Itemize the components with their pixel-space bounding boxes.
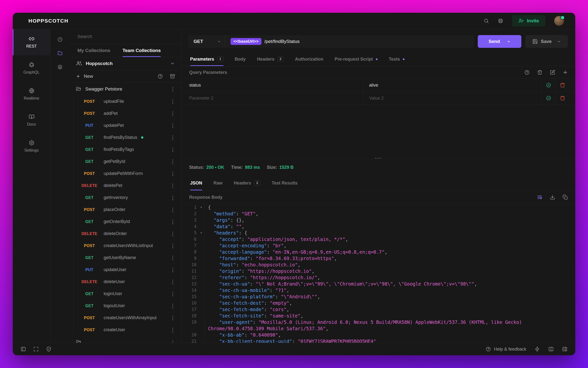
response-tab-headers[interactable]: Headers2 [234, 176, 260, 190]
request-item-uploadFile[interactable]: POSTuploadFile⋮ [74, 95, 182, 107]
more-options-icon[interactable]: ⋮ [170, 291, 175, 296]
history-button[interactable] [57, 37, 63, 42]
more-options-icon[interactable]: ⋮ [170, 195, 175, 200]
more-options-icon[interactable]: ⋮ [170, 123, 175, 128]
archive-import-icon[interactable] [170, 74, 175, 79]
fold-arrow-icon[interactable]: ▾ [198, 230, 204, 236]
request-item-deletePet[interactable]: DELETEdeletePet⋮ [74, 180, 182, 192]
pane-resize-handle[interactable]: ••• [182, 155, 575, 159]
more-options-icon[interactable]: ⋮ [170, 99, 175, 104]
request-item-createUsersWithArrayInput[interactable]: POSTcreateUsersWithArrayInput⋮ [74, 312, 182, 324]
more-options-icon[interactable]: ⋮ [170, 267, 175, 272]
sidebar-item-graphql[interactable]: GraphQL [13, 55, 50, 81]
more-options-icon[interactable]: ⋮ [170, 87, 175, 92]
tab-tests[interactable]: Tests [389, 52, 405, 66]
request-item-addPet[interactable]: POSTaddPet⋮ [74, 107, 182, 119]
zap-icon[interactable] [535, 346, 540, 352]
split-columns-icon[interactable] [548, 346, 554, 352]
wrap-lines-icon[interactable] [537, 195, 542, 200]
collections-button[interactable] [57, 51, 63, 56]
invite-button[interactable]: Invite [512, 15, 545, 26]
response-tab-test-results[interactable]: Test Results [272, 176, 298, 190]
more-options-icon[interactable]: ⋮ [170, 135, 175, 140]
response-body-editor[interactable]: 1▾{2 "method": "GET",3 "args": {},4 "dat… [182, 204, 575, 343]
more-options-icon[interactable]: ⋮ [170, 231, 175, 236]
more-options-icon[interactable]: ⋮ [170, 279, 175, 284]
response-tab-json[interactable]: JSON [190, 176, 202, 190]
more-options-icon[interactable]: ⋮ [170, 255, 175, 260]
new-collection-button[interactable]: New [84, 74, 93, 79]
request-item-getUserByName[interactable]: GETgetUserByName⋮ [74, 252, 182, 264]
request-item-createUser[interactable]: POSTcreateUser⋮ [74, 324, 182, 336]
sidebar-item-docs[interactable]: Docs [13, 107, 50, 133]
more-options-icon[interactable]: ⋮ [170, 159, 175, 164]
toggle-parameter-button[interactable] [541, 92, 555, 105]
more-options-icon[interactable]: ⋮ [170, 243, 175, 248]
tab-pre-request-script[interactable]: Pre-request Script [335, 52, 378, 66]
tab-my-collections[interactable]: My Collections [77, 44, 110, 57]
delete-parameter-button[interactable] [555, 79, 569, 92]
collections-search-input[interactable]: Search [70, 29, 182, 44]
request-item-deleteOrder[interactable]: DELETEdeleteOrder⋮ [74, 228, 182, 240]
parameter-key-input[interactable]: Parameter 2 [182, 92, 363, 105]
more-options-icon[interactable]: ⋮ [170, 171, 175, 176]
request-item-deleteUser[interactable]: DELETEdeleteUser⋮ [74, 276, 182, 288]
parameter-key-input[interactable]: status [182, 79, 363, 92]
more-options-icon[interactable]: ⋮ [170, 340, 175, 343]
parameter-value-input[interactable]: Value 2 [363, 92, 542, 105]
request-item-updatePet[interactable]: PUTupdatePet⋮ [74, 119, 182, 131]
tab-headers[interactable]: Headers2 [257, 52, 284, 66]
download-icon[interactable] [550, 195, 555, 200]
url-input[interactable]: <<baseUrl>> /pet/findByStatus [225, 38, 305, 45]
tab-team-collections[interactable]: Team Collections [122, 44, 161, 57]
request-item-updateUser[interactable]: PUTupdateUser⋮ [74, 264, 182, 276]
tab-body[interactable]: Body [235, 52, 246, 66]
tab-parameters[interactable]: Parameters1 [190, 52, 223, 66]
help-circle-icon[interactable] [524, 70, 530, 75]
collection-folder-swagger-petstore[interactable]: Swagger Petstore ⋮ [70, 83, 182, 95]
request-item-createUsersWithListInput[interactable]: POSTcreateUsersWithListInput⋮ [74, 240, 182, 252]
tab-authorization[interactable]: Authorization [295, 52, 323, 66]
response-tab-raw[interactable]: Raw [213, 176, 222, 190]
help-feedback-button[interactable]: Help & feedback [486, 346, 526, 352]
sidebar-item-realtime[interactable]: Realtime [13, 81, 50, 107]
more-options-icon[interactable]: ⋮ [170, 327, 175, 332]
request-item-getPetById[interactable]: GETgetPetById⋮ [74, 156, 182, 168]
edit-icon[interactable] [550, 70, 555, 75]
more-options-icon[interactable]: ⋮ [170, 219, 175, 224]
request-item-logoutUser[interactable]: GETlogoutUser⋮ [74, 300, 182, 312]
request-item-findPetsByStatus[interactable]: GETfindPetsByStatus⋮ [74, 131, 182, 144]
sidebar-item-rest[interactable]: REST [13, 29, 50, 55]
more-options-icon[interactable]: ⋮ [170, 183, 175, 188]
request-item-placeOrder[interactable]: POSTplaceOrder⋮ [74, 204, 182, 216]
help-circle-icon[interactable] [158, 74, 163, 79]
shield-check-icon[interactable] [46, 346, 51, 352]
request-item-updatePetWithForm[interactable]: POSTupdatePetWithForm⋮ [74, 168, 182, 180]
plus-icon[interactable] [76, 74, 80, 79]
search-button[interactable] [484, 18, 489, 24]
method-selector[interactable]: GET [188, 35, 225, 48]
request-item-getInventory[interactable]: GETgetInventory⋮ [74, 192, 182, 204]
more-options-icon[interactable]: ⋮ [170, 303, 175, 308]
more-options-icon[interactable]: ⋮ [170, 147, 175, 152]
environments-button[interactable] [57, 64, 63, 70]
collection-folder-partial[interactable]: ⋮ [70, 336, 182, 343]
avatar[interactable] [554, 16, 564, 26]
clear-all-trash-icon[interactable] [537, 70, 542, 75]
request-item-loginUser[interactable]: GETloginUser⋮ [74, 288, 182, 300]
request-item-getOrderById[interactable]: GETgetOrderById⋮ [74, 216, 182, 228]
sidebar-toggle-icon[interactable] [21, 346, 26, 352]
send-button[interactable]: Send [478, 35, 521, 48]
save-button[interactable]: Save [525, 35, 568, 48]
delete-parameter-button[interactable] [555, 92, 569, 105]
more-options-icon[interactable]: ⋮ [170, 207, 175, 212]
add-parameter-icon[interactable] [563, 70, 568, 75]
fold-arrow-icon[interactable]: ▾ [198, 204, 204, 210]
request-item-findPetsByTags[interactable]: GETfindPetsByTags⋮ [74, 144, 182, 156]
support-button[interactable] [498, 18, 503, 24]
expand-icon[interactable] [33, 346, 39, 352]
more-options-icon[interactable]: ⋮ [170, 315, 175, 320]
parameter-value-input[interactable]: alive [363, 79, 542, 92]
sidebar-item-settings[interactable]: Settings [13, 133, 50, 159]
more-options-icon[interactable]: ⋮ [170, 111, 175, 116]
